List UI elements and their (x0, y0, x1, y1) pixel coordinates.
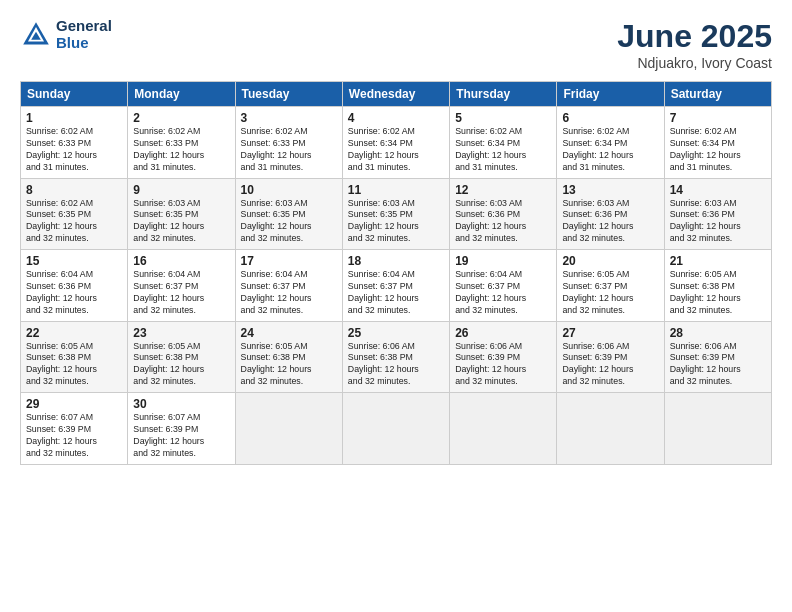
day-info: Sunrise: 6:04 AMSunset: 6:37 PMDaylight:… (455, 269, 551, 317)
day-number: 9 (133, 183, 229, 197)
calendar-week-4: 22Sunrise: 6:05 AMSunset: 6:38 PMDayligh… (21, 321, 772, 393)
day-info: Sunrise: 6:02 AMSunset: 6:33 PMDaylight:… (133, 126, 229, 174)
weekday-header-monday: Monday (128, 82, 235, 107)
day-info: Sunrise: 6:04 AMSunset: 6:37 PMDaylight:… (348, 269, 444, 317)
day-number: 5 (455, 111, 551, 125)
calendar-cell (557, 393, 664, 465)
day-number: 27 (562, 326, 658, 340)
day-number: 6 (562, 111, 658, 125)
day-number: 16 (133, 254, 229, 268)
weekday-header-sunday: Sunday (21, 82, 128, 107)
day-number: 30 (133, 397, 229, 411)
day-number: 3 (241, 111, 337, 125)
calendar-cell: 2Sunrise: 6:02 AMSunset: 6:33 PMDaylight… (128, 107, 235, 179)
calendar-week-3: 15Sunrise: 6:04 AMSunset: 6:36 PMDayligh… (21, 250, 772, 322)
calendar-cell: 22Sunrise: 6:05 AMSunset: 6:38 PMDayligh… (21, 321, 128, 393)
calendar-cell: 20Sunrise: 6:05 AMSunset: 6:37 PMDayligh… (557, 250, 664, 322)
calendar-cell (664, 393, 771, 465)
day-number: 18 (348, 254, 444, 268)
logo: General Blue (20, 18, 112, 51)
title-block: June 2025 Ndjuakro, Ivory Coast (617, 18, 772, 71)
day-info: Sunrise: 6:02 AMSunset: 6:34 PMDaylight:… (670, 126, 766, 174)
day-number: 17 (241, 254, 337, 268)
day-info: Sunrise: 6:06 AMSunset: 6:39 PMDaylight:… (562, 341, 658, 389)
day-info: Sunrise: 6:03 AMSunset: 6:36 PMDaylight:… (670, 198, 766, 246)
header: General Blue June 2025 Ndjuakro, Ivory C… (20, 18, 772, 71)
calendar-cell: 29Sunrise: 6:07 AMSunset: 6:39 PMDayligh… (21, 393, 128, 465)
page: General Blue June 2025 Ndjuakro, Ivory C… (0, 0, 792, 612)
calendar-cell: 15Sunrise: 6:04 AMSunset: 6:36 PMDayligh… (21, 250, 128, 322)
day-info: Sunrise: 6:05 AMSunset: 6:38 PMDaylight:… (133, 341, 229, 389)
weekday-header-tuesday: Tuesday (235, 82, 342, 107)
calendar: SundayMondayTuesdayWednesdayThursdayFrid… (20, 81, 772, 465)
day-info: Sunrise: 6:05 AMSunset: 6:38 PMDaylight:… (670, 269, 766, 317)
calendar-cell: 24Sunrise: 6:05 AMSunset: 6:38 PMDayligh… (235, 321, 342, 393)
day-number: 8 (26, 183, 122, 197)
day-info: Sunrise: 6:02 AMSunset: 6:35 PMDaylight:… (26, 198, 122, 246)
weekday-header-thursday: Thursday (450, 82, 557, 107)
day-info: Sunrise: 6:07 AMSunset: 6:39 PMDaylight:… (133, 412, 229, 460)
calendar-header-row: SundayMondayTuesdayWednesdayThursdayFrid… (21, 82, 772, 107)
calendar-cell (342, 393, 449, 465)
day-info: Sunrise: 6:06 AMSunset: 6:39 PMDaylight:… (455, 341, 551, 389)
day-info: Sunrise: 6:05 AMSunset: 6:38 PMDaylight:… (241, 341, 337, 389)
day-info: Sunrise: 6:06 AMSunset: 6:38 PMDaylight:… (348, 341, 444, 389)
day-info: Sunrise: 6:02 AMSunset: 6:33 PMDaylight:… (241, 126, 337, 174)
day-info: Sunrise: 6:05 AMSunset: 6:38 PMDaylight:… (26, 341, 122, 389)
day-number: 1 (26, 111, 122, 125)
day-info: Sunrise: 6:04 AMSunset: 6:36 PMDaylight:… (26, 269, 122, 317)
calendar-body: 1Sunrise: 6:02 AMSunset: 6:33 PMDaylight… (21, 107, 772, 465)
calendar-week-5: 29Sunrise: 6:07 AMSunset: 6:39 PMDayligh… (21, 393, 772, 465)
calendar-cell: 9Sunrise: 6:03 AMSunset: 6:35 PMDaylight… (128, 178, 235, 250)
calendar-cell: 21Sunrise: 6:05 AMSunset: 6:38 PMDayligh… (664, 250, 771, 322)
day-number: 22 (26, 326, 122, 340)
day-number: 23 (133, 326, 229, 340)
day-info: Sunrise: 6:03 AMSunset: 6:36 PMDaylight:… (562, 198, 658, 246)
day-info: Sunrise: 6:04 AMSunset: 6:37 PMDaylight:… (133, 269, 229, 317)
day-number: 21 (670, 254, 766, 268)
day-number: 26 (455, 326, 551, 340)
day-info: Sunrise: 6:05 AMSunset: 6:37 PMDaylight:… (562, 269, 658, 317)
day-info: Sunrise: 6:02 AMSunset: 6:33 PMDaylight:… (26, 126, 122, 174)
day-number: 15 (26, 254, 122, 268)
day-number: 7 (670, 111, 766, 125)
calendar-cell: 17Sunrise: 6:04 AMSunset: 6:37 PMDayligh… (235, 250, 342, 322)
day-info: Sunrise: 6:02 AMSunset: 6:34 PMDaylight:… (562, 126, 658, 174)
day-info: Sunrise: 6:04 AMSunset: 6:37 PMDaylight:… (241, 269, 337, 317)
logo-text: General Blue (56, 18, 112, 51)
day-number: 13 (562, 183, 658, 197)
calendar-cell: 3Sunrise: 6:02 AMSunset: 6:33 PMDaylight… (235, 107, 342, 179)
calendar-week-2: 8Sunrise: 6:02 AMSunset: 6:35 PMDaylight… (21, 178, 772, 250)
day-info: Sunrise: 6:02 AMSunset: 6:34 PMDaylight:… (455, 126, 551, 174)
calendar-cell: 7Sunrise: 6:02 AMSunset: 6:34 PMDaylight… (664, 107, 771, 179)
calendar-cell: 16Sunrise: 6:04 AMSunset: 6:37 PMDayligh… (128, 250, 235, 322)
calendar-cell: 23Sunrise: 6:05 AMSunset: 6:38 PMDayligh… (128, 321, 235, 393)
weekday-header-wednesday: Wednesday (342, 82, 449, 107)
day-number: 10 (241, 183, 337, 197)
day-info: Sunrise: 6:02 AMSunset: 6:34 PMDaylight:… (348, 126, 444, 174)
calendar-cell (235, 393, 342, 465)
calendar-cell: 10Sunrise: 6:03 AMSunset: 6:35 PMDayligh… (235, 178, 342, 250)
calendar-cell (450, 393, 557, 465)
main-title: June 2025 (617, 18, 772, 55)
day-number: 25 (348, 326, 444, 340)
day-number: 28 (670, 326, 766, 340)
day-number: 20 (562, 254, 658, 268)
calendar-cell: 30Sunrise: 6:07 AMSunset: 6:39 PMDayligh… (128, 393, 235, 465)
subtitle: Ndjuakro, Ivory Coast (617, 55, 772, 71)
day-info: Sunrise: 6:06 AMSunset: 6:39 PMDaylight:… (670, 341, 766, 389)
calendar-cell: 11Sunrise: 6:03 AMSunset: 6:35 PMDayligh… (342, 178, 449, 250)
calendar-cell: 14Sunrise: 6:03 AMSunset: 6:36 PMDayligh… (664, 178, 771, 250)
logo-icon (20, 19, 52, 51)
calendar-cell: 18Sunrise: 6:04 AMSunset: 6:37 PMDayligh… (342, 250, 449, 322)
calendar-cell: 5Sunrise: 6:02 AMSunset: 6:34 PMDaylight… (450, 107, 557, 179)
weekday-header-saturday: Saturday (664, 82, 771, 107)
calendar-cell: 28Sunrise: 6:06 AMSunset: 6:39 PMDayligh… (664, 321, 771, 393)
calendar-cell: 13Sunrise: 6:03 AMSunset: 6:36 PMDayligh… (557, 178, 664, 250)
day-number: 11 (348, 183, 444, 197)
weekday-header-friday: Friday (557, 82, 664, 107)
calendar-cell: 12Sunrise: 6:03 AMSunset: 6:36 PMDayligh… (450, 178, 557, 250)
day-info: Sunrise: 6:07 AMSunset: 6:39 PMDaylight:… (26, 412, 122, 460)
day-number: 14 (670, 183, 766, 197)
calendar-cell: 8Sunrise: 6:02 AMSunset: 6:35 PMDaylight… (21, 178, 128, 250)
